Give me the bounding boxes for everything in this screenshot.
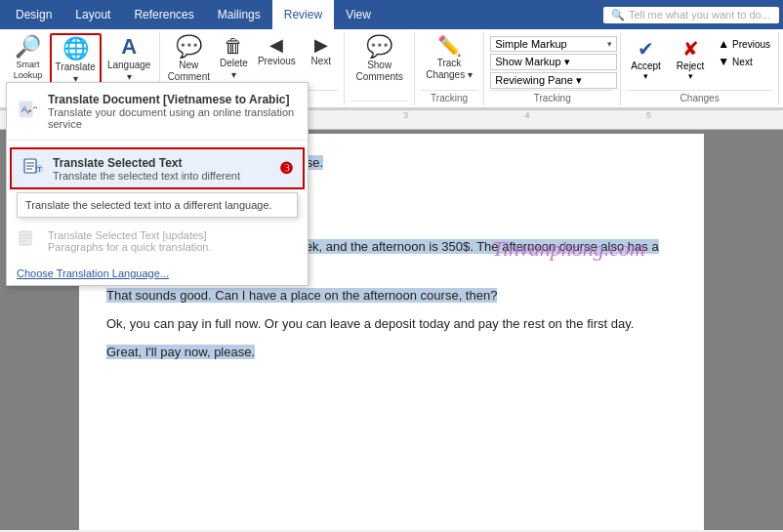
smart-lookup-btn[interactable]: 🔎 SmartLookup <box>9 33 48 84</box>
translate-disabled-label: Translate Selected Text [updates] <box>48 229 212 241</box>
prev-comment-label: Previous <box>258 56 296 67</box>
tracking-dropdowns-label: Tracking <box>490 90 614 103</box>
choose-translation-language[interactable]: Choose Translation Language... <box>7 264 308 285</box>
doc-line-6: Ok, you can pay in full now. Or you can … <box>106 314 677 335</box>
translate-disabled-sub: Paragraphs for a quick translation. <box>48 241 212 253</box>
show-comments-btn[interactable]: 💬 ShowComments <box>350 33 409 86</box>
tab-layout[interactable]: Layout <box>63 0 122 29</box>
next-comment-icon: ▶ <box>314 36 328 54</box>
tab-review[interactable]: Review <box>272 0 334 29</box>
reject-label: Reject <box>677 61 704 71</box>
delete-label: Delete▾ <box>220 58 248 81</box>
new-comment-btn[interactable]: 💬 NewComment <box>164 33 214 86</box>
accept-icon: ✔ <box>638 37 654 61</box>
new-comment-icon: 💬 <box>176 36 202 58</box>
reject-arrow: ▾ <box>688 71 693 81</box>
smart-lookup-label: SmartLookup <box>14 60 43 81</box>
simple-markup-label: Simple Markup <box>495 38 566 50</box>
show-comments-icon: 💬 <box>366 36 392 58</box>
show-comments-btns: 💬 ShowComments <box>350 33 409 101</box>
new-comment-label: NewComment <box>168 60 210 83</box>
changes-label: Changes <box>627 90 772 103</box>
translate-selected-section: T Translate Selected Text Translate the … <box>7 141 308 264</box>
delete-comment-btn[interactable]: 🗑 Delete▾ <box>216 33 252 84</box>
translate-doc-sub: Translate your document using an online … <box>48 106 298 130</box>
show-markup-dropdown[interactable]: Show Markup ▾ <box>490 54 617 70</box>
smart-lookup-icon: 🔎 <box>15 36 41 58</box>
accept-label: Accept <box>631 61 661 71</box>
tab-bar: Design Layout References Mailings Review… <box>0 0 783 29</box>
show-comments-group: 💬 ShowComments <box>345 31 414 105</box>
translate-selected-icon: T <box>21 155 45 182</box>
doc-text-6: Ok, you can pay in full now. Or you can … <box>106 316 634 331</box>
translate-document-icon: A م <box>17 99 40 125</box>
show-comments-glabel <box>350 101 407 103</box>
translate-selected-text: Translate Selected Text Translate the se… <box>53 156 240 182</box>
simple-markup-arrow: ▾ <box>607 39 612 49</box>
translate-document-text: Translate Document [Vietnamese to Arabic… <box>48 93 298 130</box>
next-change-btn[interactable]: ▼ Next <box>714 53 774 70</box>
svg-text:م: م <box>27 106 31 114</box>
doc-line-5: That sounds good. Can I have a place on … <box>106 286 677 307</box>
translate-disabled-text: Translate Selected Text [updates] Paragr… <box>48 229 212 253</box>
track-changes-label: TrackChanges ▾ <box>426 58 473 81</box>
prev-comment-icon: ◀ <box>269 36 283 54</box>
track-changes-group: ✏️ TrackChanges ▾ Tracking <box>415 31 484 105</box>
translate-doc-title: Translate Document [Vietnamese to Arabic… <box>48 93 298 106</box>
translate-selected-title: Translate Selected Text <box>53 156 240 170</box>
track-changes-icon: ✏️ <box>437 36 462 56</box>
search-icon: 🔍 <box>611 9 625 21</box>
delete-icon: 🗑 <box>224 36 243 56</box>
translate-doc-section: A م Translate Document [Vietnamese to Ar… <box>7 83 308 141</box>
prev-change-icon: ▲ <box>718 37 729 51</box>
language-btn[interactable]: A Language▾ <box>103 33 155 86</box>
translate-selected-item[interactable]: T Translate Selected Text Translate the … <box>10 147 305 189</box>
show-markup-label: Show Markup ▾ <box>495 56 569 68</box>
prev-change-label: Previous <box>732 39 770 50</box>
doc-line-7: Great, I'll pay now, please. <box>106 343 677 363</box>
doc-text-5: That sounds good. Can I have a place on … <box>106 288 497 303</box>
next-change-icon: ▼ <box>718 55 729 68</box>
watermark: Tinvanphong.com <box>492 231 645 266</box>
tab-mailings[interactable]: Mailings <box>206 0 272 29</box>
translate-selected-disabled-item: Translate Selected Text [updates] Paragr… <box>7 222 308 260</box>
tracking-label: Tracking <box>421 90 477 103</box>
simple-markup-dropdown[interactable]: Simple Markup ▾ <box>490 36 617 52</box>
translate-detail-box: Translate the selected text into a diffe… <box>17 192 298 218</box>
translate-badge: ❸ <box>279 159 293 178</box>
reject-btn[interactable]: ✘ Reject ▾ <box>671 35 710 83</box>
tab-design[interactable]: Design <box>4 0 63 29</box>
reviewing-pane-dropdown[interactable]: Reviewing Pane ▾ <box>490 72 617 89</box>
prev-change-btn[interactable]: ▲ Previous <box>714 35 774 53</box>
track-btns: ✏️ TrackChanges ▾ <box>420 33 478 90</box>
reviewing-pane-label: Reviewing Pane ▾ <box>495 74 582 87</box>
translate-selected-sub: Translate the selected text into differe… <box>53 170 240 182</box>
changes-group: ✔ Accept ▾ ✘ Reject ▾ ▲ Previous ▼ <box>621 31 779 105</box>
prev-comment-btn[interactable]: ◀ Previous <box>254 33 300 70</box>
translate-document-item[interactable]: A م Translate Document [Vietnamese to Ar… <box>7 87 308 136</box>
track-changes-btn[interactable]: ✏️ TrackChanges ▾ <box>420 33 478 84</box>
tracking-dropdowns-group: Simple Markup ▾ Show Markup ▾ Reviewing … <box>484 31 621 105</box>
svg-text:T: T <box>37 165 42 174</box>
translate-detail-text: Translate the selected text into a diffe… <box>25 199 272 211</box>
translate-icon: 🌐 <box>62 38 89 60</box>
show-comments-label: ShowComments <box>355 60 402 83</box>
tab-view[interactable]: View <box>334 0 383 29</box>
next-comment-label: Next <box>311 56 332 67</box>
prev-next-changes-group: ▲ Previous ▼ Next <box>714 35 774 70</box>
search-placeholder: Tell me what you want to do... <box>629 9 770 20</box>
translate-disabled-icon <box>17 227 40 254</box>
language-label: Language▾ <box>107 60 151 83</box>
next-comment-btn[interactable]: ▶ Next <box>302 33 341 70</box>
reject-icon: ✘ <box>682 37 699 61</box>
accept-btn[interactable]: ✔ Accept ▾ <box>625 35 667 83</box>
doc-text-7: Great, I'll pay now, please. <box>106 345 255 359</box>
tab-references[interactable]: References <box>122 0 205 29</box>
language-icon: A <box>121 36 137 58</box>
accept-arrow: ▾ <box>643 71 648 81</box>
next-change-label: Next <box>732 57 753 67</box>
translate-dropdown: A م Translate Document [Vietnamese to Ar… <box>6 82 309 286</box>
search-bar[interactable]: 🔍 Tell me what you want to do... <box>603 7 779 23</box>
